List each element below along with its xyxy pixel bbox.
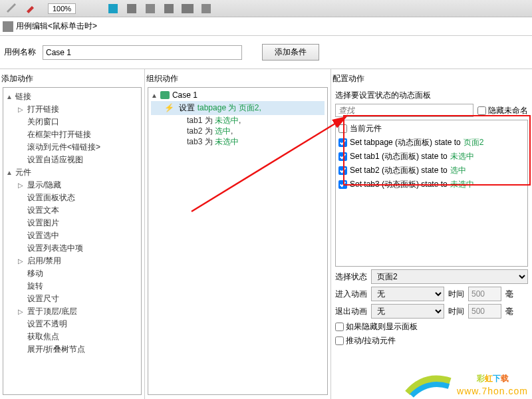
state-select[interactable]: 页面2 <box>371 269 528 284</box>
tree-rotate[interactable]: 旋转 <box>5 280 140 293</box>
enter-anim-label: 进入动画 <box>335 289 367 300</box>
tree-enable[interactable]: ▷启用/禁用 <box>5 255 140 267</box>
exit-time-input[interactable] <box>468 304 501 319</box>
tree-widgets[interactable]: ▲元件 <box>5 166 140 179</box>
show-if-hidden-checkbox[interactable]: 如果隐藏则显示面板 <box>335 321 418 332</box>
tree-set-image[interactable]: 设置图片 <box>5 217 140 229</box>
panel-item-2[interactable]: Set tab2 (动态面板) state to 选中 <box>338 164 526 178</box>
col-organize-header: 组织动作 <box>145 69 331 87</box>
panel-list: 当前元件 Set tabpage (动态面板) state to 页面2 Set… <box>335 120 528 267</box>
tool-icon-2[interactable] <box>23 2 39 15</box>
current-widget-item[interactable]: 当前元件 <box>338 122 526 136</box>
window-icon <box>3 21 13 32</box>
case-name-input[interactable] <box>43 45 242 60</box>
tree-expand[interactable]: 展开/折叠树节点 <box>5 343 140 356</box>
set-line-3: tab3 为 未选中 <box>151 136 325 147</box>
tree-set-text[interactable]: 设置文本 <box>5 204 140 217</box>
ms-label-2: 毫 <box>505 306 513 317</box>
case-name-label: 用例名称 <box>4 47 36 58</box>
tree-opacity[interactable]: 设置不透明 <box>5 318 140 331</box>
tree-set-size[interactable]: 设置尺寸 <box>5 293 140 305</box>
add-condition-button[interactable]: 添加条件 <box>262 44 319 61</box>
tree-adaptive[interactable]: 设置自适应视图 <box>5 154 140 166</box>
set-line-1: tab1 为 未选中, <box>151 115 325 126</box>
tool-sq-1[interactable] <box>105 2 121 15</box>
window-title: 用例编辑<鼠标单击时> <box>16 21 97 32</box>
case-name-row: 用例名称 添加条件 <box>0 36 532 69</box>
tool-sq-5[interactable] <box>180 2 196 15</box>
svg-marker-0 <box>7 3 16 13</box>
config-subtitle: 选择要设置状态的动态面板 <box>335 90 528 101</box>
tree-open-in-frame[interactable]: 在框架中打开链接 <box>5 128 140 141</box>
enter-time-input[interactable] <box>468 287 501 301</box>
tree-scroll-anchor[interactable]: 滚动到元件<锚链接> <box>5 141 140 154</box>
app-toolbar: 100% <box>0 0 532 17</box>
zoom-input[interactable]: 100% <box>48 3 76 14</box>
tree-open-link[interactable]: ▷打开链接 <box>5 103 140 116</box>
tool-sq-2[interactable] <box>124 2 140 15</box>
exit-time-label: 时间 <box>448 306 464 317</box>
col-add-action-header: 添加动作 <box>0 69 144 87</box>
bolt-icon: ⚡ <box>164 103 174 112</box>
exit-anim-select[interactable]: 无 <box>371 304 444 319</box>
tree-panel-state[interactable]: 设置面板状态 <box>5 192 140 204</box>
tool-sq-4[interactable] <box>161 2 177 15</box>
organize-box[interactable]: ▲ Case 1 ⚡ 设置 tabpage 为 页面2, tab1 为 未选中,… <box>148 87 328 395</box>
tree-links[interactable]: ▲链接 <box>5 90 140 103</box>
tree-set-list-sel[interactable]: 设置列表选中项 <box>5 242 140 255</box>
tree-bring[interactable]: ▷置于顶层/底层 <box>5 305 140 318</box>
set-line-2: tab2 为 选中, <box>151 126 325 136</box>
tree-show-hide[interactable]: ▷显示/隐藏 <box>5 179 140 192</box>
tree-set-selected[interactable]: 设置选中 <box>5 229 140 242</box>
select-state-label: 选择状态 <box>335 271 367 283</box>
tree-focus[interactable]: 获取焦点 <box>5 331 140 343</box>
col-config-header: 配置动作 <box>331 69 532 87</box>
action-tree-box[interactable]: ▲链接 ▷打开链接 关闭窗口 在框架中打开链接 滚动到元件<锚链接> 设置自适应… <box>3 87 142 395</box>
panel-search-input[interactable] <box>335 104 473 117</box>
tool-sq-3[interactable] <box>142 2 158 15</box>
tool-icon-1[interactable] <box>4 2 20 15</box>
panel-item-0[interactable]: Set tabpage (动态面板) state to 页面2 <box>338 136 526 150</box>
tree-move[interactable]: 移动 <box>5 267 140 280</box>
hide-unnamed-checkbox[interactable]: 隐藏未命名 <box>477 105 528 116</box>
tree-close-window[interactable]: 关闭窗口 <box>5 116 140 128</box>
window-header: 用例编辑<鼠标单击时> <box>0 17 532 36</box>
case-icon <box>160 91 170 99</box>
panel-item-3[interactable]: Set tab3 (动态面板) state to 未选中 <box>338 178 526 192</box>
enter-time-label: 时间 <box>448 289 464 300</box>
tool-sq-6[interactable] <box>198 2 214 15</box>
exit-anim-label: 退出动画 <box>335 306 367 317</box>
enter-anim-select[interactable]: 无 <box>371 287 444 301</box>
watermark-logo: 彩虹下载 www.7hon.com <box>457 365 528 396</box>
ms-label-1: 毫 <box>505 289 513 300</box>
case-node[interactable]: ▲ Case 1 <box>151 90 325 100</box>
panel-item-1[interactable]: Set tab1 (动态面板) state to 未选中 <box>338 150 526 164</box>
push-pull-checkbox[interactable]: 推动/拉动元件 <box>335 335 396 346</box>
set-action-line[interactable]: ⚡ 设置 tabpage 为 页面2, <box>151 101 325 115</box>
